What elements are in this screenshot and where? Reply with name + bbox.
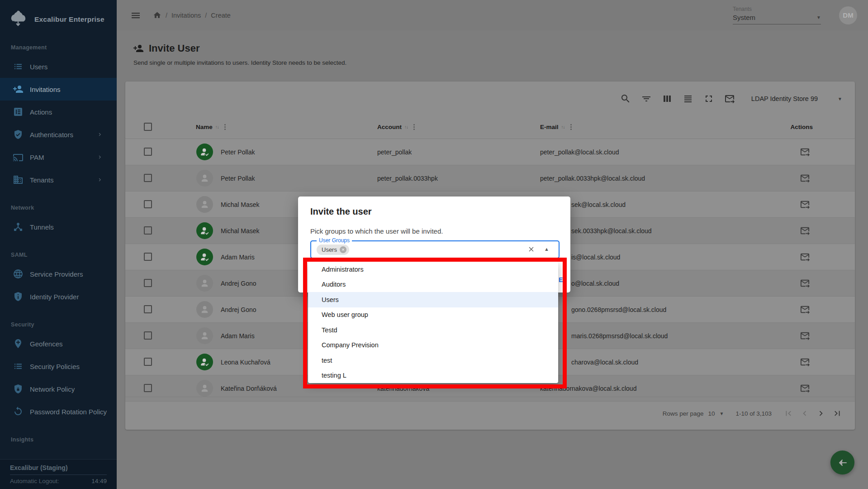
cell-name: Adam Maris — [221, 254, 255, 261]
previous-page-icon[interactable] — [800, 408, 810, 418]
page-title: Invite User — [149, 43, 200, 54]
send-invitation-icon[interactable] — [800, 304, 810, 315]
send-invitation-icon[interactable] — [800, 225, 810, 236]
send-invitation-icon[interactable] — [800, 331, 810, 341]
sort-icon[interactable]: ↑↓ — [561, 125, 565, 129]
sidebar-item-tenants[interactable]: Tenants — [0, 168, 117, 191]
avatar — [196, 327, 213, 344]
last-page-icon[interactable] — [832, 408, 842, 418]
cell-name: Andrej Gono — [221, 280, 256, 287]
dropdown-option-auditors[interactable]: Auditors — [308, 277, 558, 292]
sidebar-item-pam[interactable]: PAM — [0, 146, 117, 168]
column-menu-icon[interactable] — [224, 124, 226, 130]
sidebar-item-geofences[interactable]: Geofences — [0, 332, 117, 355]
table-row[interactable]: Peter Pollakpeter_pollakpeter_pollak@loc… — [125, 139, 855, 165]
row-checkbox[interactable] — [144, 200, 152, 208]
send-invitation-icon[interactable] — [800, 357, 810, 367]
sidebar-item-service-providers[interactable]: Service Providers — [0, 263, 117, 285]
modal-action-button-partial[interactable]: E — [559, 276, 563, 283]
send-invitation-icon[interactable] — [724, 93, 735, 104]
first-page-icon[interactable] — [783, 408, 793, 418]
user-groups-input[interactable]: User Groups Users × ▲ — [310, 240, 560, 259]
tenant-select[interactable]: Tenants System ▼ — [733, 6, 821, 24]
column-header-name[interactable]: Name ↑↓ — [196, 124, 226, 130]
breadcrumb-invitations[interactable]: Invitations — [171, 12, 201, 19]
column-header-account[interactable]: Account ↑↓ — [377, 124, 415, 130]
globe-icon — [13, 268, 24, 279]
breadcrumb-separator: / — [166, 12, 167, 19]
breadcrumb: / Invitations / Create — [153, 11, 231, 19]
send-invitation-icon[interactable] — [800, 278, 810, 288]
chevron-up-icon[interactable]: ▲ — [544, 246, 549, 252]
avatar — [196, 170, 213, 187]
avatar — [196, 354, 213, 370]
column-menu-icon[interactable] — [570, 124, 572, 130]
row-checkbox[interactable] — [144, 148, 152, 156]
cell-email: peter_pollak.0033hpk@local.sk.cloud — [540, 175, 645, 182]
send-invitation-icon[interactable] — [800, 199, 810, 210]
row-checkbox[interactable] — [144, 226, 152, 235]
sidebar-item-security-policies[interactable]: Security Policies — [0, 355, 117, 378]
sidebar-item-network-policy[interactable]: Network Policy — [0, 378, 117, 400]
dropdown-option-web-user-group[interactable]: Web user group — [308, 307, 558, 323]
dropdown-option-company-prevision[interactable]: Company Prevision — [308, 338, 558, 353]
sidebar-item-users[interactable]: Users — [0, 55, 117, 78]
sidebar-item-actions[interactable]: Actions — [0, 101, 117, 123]
send-invitation-icon[interactable] — [800, 383, 810, 393]
sidebar-item-label: Tenants — [30, 176, 54, 184]
dropdown-option-testing-l[interactable]: testing L — [308, 368, 558, 384]
home-icon[interactable] — [153, 11, 161, 19]
table-row[interactable]: Peter Pollakpeter_pollak.0033hpkpeter_po… — [125, 165, 855, 192]
row-checkbox[interactable] — [144, 358, 152, 366]
cell-name: Michal Masek — [221, 227, 260, 235]
user-avatar[interactable]: DM — [839, 6, 857, 24]
dropdown-option-test[interactable]: test — [308, 353, 558, 368]
rows-per-page-select[interactable]: Rows per page 10 ▼ — [663, 410, 724, 417]
search-icon[interactable] — [620, 93, 631, 104]
auto-logout-timer: 14:49 — [91, 478, 107, 484]
sort-icon[interactable]: ↑↓ — [215, 125, 219, 129]
send-invitation-icon[interactable] — [800, 173, 810, 183]
fullscreen-icon[interactable] — [703, 93, 714, 104]
avatar — [196, 301, 213, 318]
sidebar-item-invitations[interactable]: Invitations — [0, 78, 117, 101]
clear-selection-icon[interactable] — [527, 245, 535, 253]
row-checkbox[interactable] — [144, 305, 152, 313]
next-page-icon[interactable] — [816, 408, 826, 418]
columns-icon[interactable] — [662, 93, 673, 104]
dropdown-option-testd[interactable]: Testd — [308, 322, 558, 338]
row-checkbox[interactable] — [144, 331, 152, 340]
column-header-email[interactable]: E-mail ↑↓ — [540, 124, 572, 130]
sidebar-item-identity-provider[interactable]: Identity Provider — [0, 285, 117, 308]
density-icon[interactable] — [683, 93, 693, 104]
menu-toggle-icon[interactable] — [130, 10, 141, 21]
row-checkbox[interactable] — [144, 253, 152, 261]
row-checkbox[interactable] — [144, 279, 152, 287]
sidebar-item-authenticators[interactable]: Authenticators — [0, 123, 117, 146]
sort-icon[interactable]: ↑↓ — [404, 125, 408, 129]
user-groups-label: User Groups — [317, 237, 352, 244]
select-all-checkbox[interactable] — [144, 123, 152, 131]
chevron-down-icon: ▼ — [838, 96, 842, 101]
chip-remove-icon[interactable]: × — [340, 246, 346, 253]
avatar — [196, 275, 213, 292]
sidebar-item-password-rotation-policy[interactable]: Password Rotation Policy — [0, 400, 117, 423]
send-invitation-icon[interactable] — [800, 252, 810, 262]
dropdown-option-administrators[interactable]: Administrators — [308, 262, 558, 277]
person-check-icon — [199, 357, 210, 367]
back-fab-button[interactable] — [830, 451, 854, 475]
filter-icon[interactable] — [641, 93, 652, 104]
cell-name: Andrej Gono — [221, 306, 256, 313]
column-menu-icon[interactable] — [413, 124, 415, 130]
chevron-right-icon — [97, 131, 103, 138]
user-groups-dropdown: AdministratorsAuditorsUsersWeb user grou… — [308, 262, 558, 383]
send-invitation-icon[interactable] — [800, 147, 810, 157]
cell-email: gono.0268pmsrsd@local.sk.cloud — [571, 306, 666, 313]
hub-icon — [13, 221, 24, 232]
sidebar-item-tunnels[interactable]: Tunnels — [0, 216, 117, 238]
row-checkbox[interactable] — [144, 384, 152, 392]
identity-store-select[interactable]: LDAP Identity Store 99 ▼ — [751, 95, 842, 102]
dropdown-option-users[interactable]: Users — [308, 292, 558, 307]
row-checkbox[interactable] — [144, 174, 152, 182]
person-icon — [199, 278, 210, 288]
